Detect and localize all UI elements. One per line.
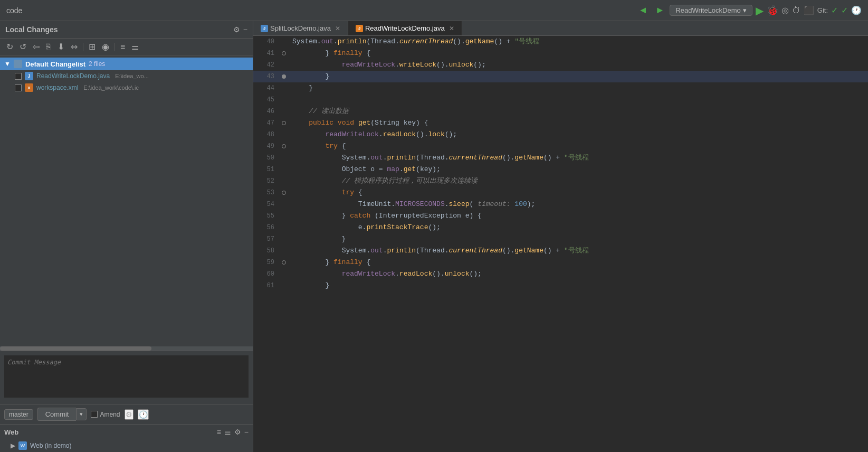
- commit-settings-icon[interactable]: ⚙: [125, 409, 133, 420]
- copy-button[interactable]: ⎘: [44, 41, 53, 53]
- code-line-47: 47 public void get(String key) {: [253, 117, 868, 129]
- code-line-57: 57 }: [253, 233, 868, 245]
- refresh-button[interactable]: ↻: [4, 41, 15, 53]
- changelist-name: Default Changelist: [25, 60, 85, 68]
- app-title: code: [6, 6, 22, 15]
- file-row-2[interactable]: X workspace.xml E:\idea_work\code\.ic: [0, 82, 253, 93]
- line-num-53: 53: [253, 187, 280, 199]
- amend-checkbox[interactable]: [91, 411, 98, 418]
- code-line-51: 51 Object o = map.get(key);: [253, 164, 868, 175]
- line-num-41: 41: [253, 48, 280, 59]
- code-line-40: 40 System.out.println(Thread.currentThre…: [253, 36, 868, 48]
- scroll-area[interactable]: [0, 346, 253, 351]
- changelist-row[interactable]: ▼ Default Changelist 2 files: [0, 58, 253, 70]
- code-line-44: 44 }: [253, 82, 868, 94]
- stop-button[interactable]: ⬛: [804, 5, 814, 15]
- panel-settings-icon[interactable]: ⚙: [233, 25, 240, 34]
- gutter-47: [280, 117, 288, 129]
- line-num-42: 42: [253, 59, 280, 71]
- eye-button[interactable]: ◉: [100, 41, 111, 53]
- code-content-58: System.out.println(Thread.currentThread(…: [288, 245, 868, 257]
- file-checkbox-1[interactable]: [15, 73, 22, 80]
- gutter-52: [280, 175, 288, 187]
- run-config-dropdown[interactable]: ReadWriteLockDemo ▾: [670, 5, 752, 16]
- web-panel-title: Web: [4, 428, 18, 436]
- code-content-45: [288, 94, 868, 106]
- gutter-53: [280, 187, 288, 199]
- gutter-44: [280, 82, 288, 94]
- filter2-button[interactable]: ⚌: [129, 41, 141, 53]
- web-panel-sort1[interactable]: ≡: [217, 428, 221, 436]
- commit-dropdown-arrow[interactable]: ▾: [76, 408, 87, 420]
- debug-button[interactable]: 🐞: [767, 5, 778, 16]
- gutter-54: [280, 199, 288, 210]
- tab-close-readwritelock[interactable]: ✕: [449, 25, 454, 32]
- code-line-56: 56 e.printStackTrace();: [253, 222, 868, 233]
- line-num-61: 61: [253, 280, 280, 291]
- nav-forward-button[interactable]: ►: [653, 4, 667, 17]
- run-config-arrow: ▾: [743, 6, 747, 14]
- file-path-2: E:\idea_work\code\.ic: [83, 84, 139, 91]
- code-content-42: readWriteLock.writeLock().unlock();: [288, 59, 868, 71]
- tab-close-splitlock[interactable]: ✕: [335, 25, 340, 32]
- web-item[interactable]: ▶ W Web (in demo): [0, 439, 253, 452]
- web-panel-header: Web ≡ ⚌ ⚙ −: [0, 425, 253, 439]
- code-area[interactable]: 40 System.out.println(Thread.currentThre…: [253, 36, 868, 452]
- commit-history-icon[interactable]: 🕐: [138, 409, 149, 420]
- line-num-57: 57: [253, 233, 280, 245]
- file-row-1[interactable]: J ReadWriteLockDemo.java E:\idea_wo...: [0, 70, 253, 82]
- code-line-43: 43 }: [253, 71, 868, 82]
- file-checkbox-2[interactable]: [15, 84, 22, 91]
- coverage-button[interactable]: ◎: [781, 5, 789, 15]
- file-path-1: E:\idea_wo...: [115, 73, 149, 79]
- gutter-41: [280, 48, 288, 59]
- line-num-60: 60: [253, 268, 280, 280]
- grid-button[interactable]: ⊞: [87, 41, 98, 53]
- git-history-button[interactable]: 🕐: [851, 5, 862, 15]
- tab-splitlockdemo[interactable]: J SplitLockDemo.java ✕: [253, 21, 348, 35]
- gutter-51: [280, 164, 288, 175]
- toolbar-row: ↻ ↺ ⇦ ⎘ ⬇ ⇔ ⊞ ◉ ≡ ⚌: [0, 39, 253, 55]
- changelist-arrow: ▼: [4, 60, 11, 68]
- code-content-46: // 读出数据: [288, 106, 868, 117]
- toolbar-separator2: [115, 43, 115, 51]
- diff-button[interactable]: ⇔: [69, 41, 80, 53]
- code-content-41: } finally {: [288, 48, 868, 59]
- file-tree: ▼ Default Changelist 2 files J ReadWrite…: [0, 55, 253, 346]
- gutter-48: [280, 129, 288, 140]
- move-button[interactable]: ⇦: [31, 41, 42, 53]
- line-num-46: 46: [253, 106, 280, 117]
- tab-label-splitlock: SplitLockDemo.java: [270, 24, 331, 32]
- profile-button[interactable]: ⏱: [792, 6, 800, 15]
- commit-message-input[interactable]: [4, 355, 249, 398]
- code-line-49: 49 try {: [253, 140, 868, 152]
- filter1-button[interactable]: ≡: [118, 41, 127, 53]
- web-panel-sort2[interactable]: ⚌: [224, 428, 231, 436]
- run-button[interactable]: ▶: [756, 4, 764, 17]
- code-content-55: } catch (InterruptedException e) {: [288, 210, 868, 222]
- code-line-48: 48 readWriteLock.readLock().lock();: [253, 129, 868, 140]
- git-check2: ✓: [841, 5, 848, 15]
- line-num-50: 50: [253, 152, 280, 164]
- panel-minimize-icon[interactable]: −: [243, 25, 247, 34]
- web-item-label: Web (in demo): [30, 442, 71, 449]
- local-changes-header: Local Changes ⚙ −: [0, 21, 253, 39]
- code-line-61: 61 }: [253, 280, 868, 291]
- nav-back-button[interactable]: ◄: [636, 4, 650, 17]
- line-num-58: 58: [253, 245, 280, 257]
- code-content-47: public void get(String key) {: [288, 117, 868, 129]
- line-num-59: 59: [253, 257, 280, 268]
- code-content-59: } finally {: [288, 257, 868, 268]
- tab-readwritelockdemo[interactable]: J ReadWriteLockDemo.java ✕: [348, 21, 462, 35]
- code-line-42: 42 readWriteLock.writeLock().unlock();: [253, 59, 868, 71]
- download-button[interactable]: ⬇: [55, 41, 66, 53]
- web-panel-settings[interactable]: ⚙: [234, 428, 241, 436]
- toolbar-separator: [83, 43, 83, 51]
- web-panel-minimize[interactable]: −: [244, 428, 249, 436]
- code-line-46: 46 // 读出数据: [253, 106, 868, 117]
- title-bar: code ◄ ► ReadWriteLockDemo ▾ ▶ 🐞 ◎ ⏱ ⬛ G…: [0, 0, 868, 21]
- code-content-43: }: [288, 71, 868, 82]
- commit-button[interactable]: Commit: [37, 408, 77, 421]
- undo-button[interactable]: ↺: [17, 41, 28, 53]
- web-item-arrow: ▶: [11, 442, 15, 449]
